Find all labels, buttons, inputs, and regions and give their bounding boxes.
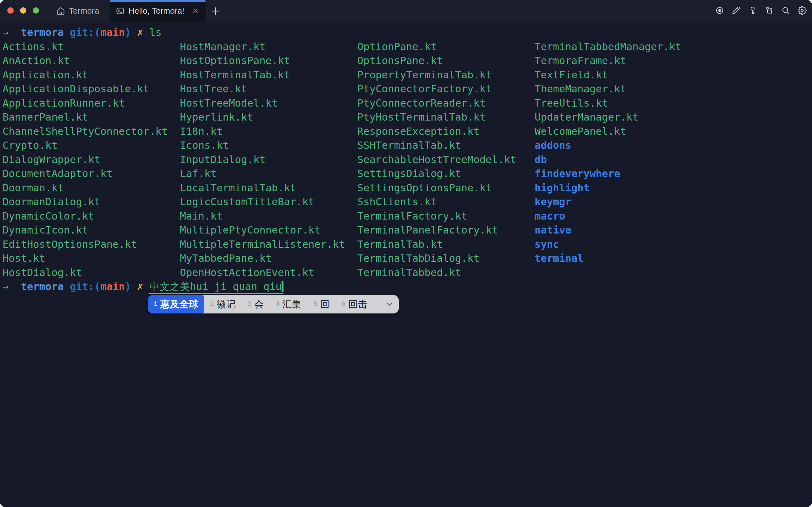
ime-candidate-number: 3	[248, 300, 252, 307]
ls-output-row: AnAction.ktHostOptionsPane.ktOptionsPane…	[3, 54, 812, 68]
ls-file-entry: HostTerminalTab.kt	[180, 68, 358, 82]
ls-file-entry: BannerPanel.kt	[3, 110, 180, 124]
ls-output-row: Doorman.ktLocalTerminalTab.ktSettingsOpt…	[3, 181, 812, 195]
ime-candidate[interactable]: 5回	[308, 295, 336, 314]
ime-candidate-text: 回击	[348, 298, 367, 311]
ls-output-row: ApplicationDisposable.ktHostTree.ktPtyCo…	[3, 82, 812, 96]
prompt-segment: ls	[149, 26, 162, 38]
prompt-segment: )	[125, 26, 137, 38]
home-icon	[56, 7, 65, 15]
ls-file-entry: Icons.kt	[180, 138, 358, 153]
ls-file-entry: ChannelShellPtyConnector.kt	[3, 124, 180, 138]
ls-file-entry: TextField.kt	[535, 68, 712, 82]
ime-candidate-number: 5	[314, 300, 317, 307]
close-tab-icon[interactable]	[192, 7, 199, 15]
ls-output-row: HostDialog.ktOpenHostActionEvent.ktTermi…	[3, 266, 812, 280]
key-icon[interactable]	[748, 6, 757, 15]
ls-file-entry: HostDialog.kt	[3, 266, 180, 280]
home-tab[interactable]: Termora	[56, 0, 99, 21]
settings-icon[interactable]	[798, 6, 807, 15]
ls-file-entry: Laf.kt	[180, 167, 358, 181]
ime-candidate[interactable]: 4汇集	[270, 295, 308, 314]
ls-directory-entry: db	[535, 153, 712, 167]
ls-output-row: DialogWrapper.ktInputDialog.ktSearchable…	[3, 153, 812, 167]
ls-directory-entry: findeverywhere	[535, 167, 712, 181]
ls-file-entry: ResponseException.kt	[357, 124, 535, 138]
ls-file-entry: TerminalPanelFactory.kt	[357, 223, 535, 237]
prompt-segment: termora	[21, 280, 70, 292]
ls-file-entry: TerminalTabbed.kt	[357, 266, 535, 280]
traffic-lights	[7, 7, 39, 14]
ls-file-entry: OptionPane.kt	[357, 40, 535, 54]
ls-file-entry: TerminalTabDialog.kt	[357, 251, 535, 266]
ls-directory-entry: terminal	[535, 251, 712, 266]
ime-candidate-text: 回	[320, 298, 329, 311]
ls-output-row: Application.ktHostTerminalTab.ktProperty…	[3, 68, 812, 82]
titlebar-actions	[715, 6, 807, 15]
prompt-segment: →	[3, 280, 21, 292]
ime-candidate-selected[interactable]: 1惠及全球	[148, 295, 204, 314]
ls-directory-entry: highlight	[535, 181, 712, 195]
tab-hello-termora[interactable]: Hello, Termora!	[110, 0, 206, 21]
ime-candidate[interactable]: 6回击	[335, 295, 373, 314]
new-tab-button[interactable]	[210, 5, 222, 17]
ls-directory-entry: macro	[535, 209, 712, 223]
prompt-line-ls: → termora git:(main) ✗ ls	[3, 25, 812, 40]
chevron-down-icon	[385, 300, 394, 308]
ls-directory-entry: sync	[535, 237, 712, 251]
search-icon[interactable]	[781, 6, 790, 15]
ls-directory-entry: native	[535, 223, 712, 237]
close-window-button[interactable]	[7, 7, 14, 14]
zoom-window-button[interactable]	[33, 7, 39, 14]
ls-file-entry: TerminalTabbedManager.kt	[535, 40, 712, 54]
ls-file-entry: SettingsOptionsPane.kt	[357, 181, 535, 195]
ls-file-entry: DoormanDialog.kt	[3, 195, 180, 209]
ime-candidate-number: 2	[210, 300, 214, 307]
termora-window: Termora Hello, Termora!	[0, 0, 812, 507]
ime-candidate-number: 6	[341, 300, 345, 307]
ls-file-entry: TermoraFrame.kt	[535, 54, 712, 68]
ime-candidate-text: 汇集	[282, 298, 302, 311]
ime-candidate-text: 徽记	[216, 298, 235, 311]
ime-candidate[interactable]: 2徽记	[204, 295, 242, 314]
ls-output-row: EditHostOptionsPane.ktMultipleTerminalLi…	[3, 237, 812, 251]
ls-file-entry: DocumentAdaptor.kt	[3, 167, 180, 181]
titlebar[interactable]: Termora Hello, Termora!	[0, 0, 812, 21]
ls-file-entry: UpdaterManager.kt	[535, 110, 712, 124]
ls-file-entry: MyTabbedPane.kt	[180, 251, 358, 266]
ls-file-entry: Main.kt	[180, 209, 358, 223]
ls-file-entry: I18n.kt	[180, 124, 358, 138]
prompt-segment: git:(	[70, 26, 100, 38]
ls-file-entry: Hyperlink.kt	[180, 110, 358, 124]
ime-candidate-text: 会	[254, 298, 264, 311]
ime-expand-button[interactable]	[380, 295, 399, 314]
edit-icon[interactable]	[732, 6, 741, 15]
ls-file-entry: AnAction.kt	[3, 54, 180, 68]
ls-file-entry: Actions.kt	[3, 40, 180, 54]
ls-file-entry: SearchableHostTreeModel.kt	[357, 153, 535, 167]
home-tab-label: Termora	[69, 6, 99, 16]
ime-composing-text: 中文之美hui ji quan qiu	[149, 280, 283, 294]
ls-file-entry: TerminalFactory.kt	[357, 209, 535, 223]
ime-candidate-window: 1惠及全球2徽记3会4汇集5回6回击	[148, 295, 399, 314]
ls-file-entry: ApplicationRunner.kt	[3, 96, 180, 110]
active-tab-accent	[110, 0, 206, 2]
ls-file-entry: HostOptionsPane.kt	[180, 54, 358, 68]
keychain-icon[interactable]	[765, 6, 773, 15]
ls-file-entry: SettingsDialog.kt	[357, 167, 535, 181]
minimize-window-button[interactable]	[20, 7, 26, 14]
ime-candidate-text: 惠及全球	[160, 298, 199, 311]
ime-candidate[interactable]: 3会	[241, 295, 270, 314]
record-icon[interactable]	[715, 6, 724, 15]
ls-file-entry: Application.kt	[3, 68, 180, 82]
prompt-segment: ✗	[137, 26, 150, 38]
prompt-segment: →	[3, 26, 21, 38]
ls-output-row: BannerPanel.ktHyperlink.ktPtyHostTermina…	[3, 110, 812, 124]
terminal-screen[interactable]: → termora git:(main) ✗ lsActions.ktHostM…	[0, 21, 812, 507]
ls-file-entry: Doorman.kt	[3, 181, 180, 195]
ls-file-entry: HostTreeModel.kt	[180, 96, 358, 110]
ls-output-row: ChannelShellPtyConnector.ktI18n.ktRespon…	[3, 124, 812, 138]
ls-file-entry: PtyConnectorFactory.kt	[357, 82, 535, 96]
ls-file-entry: DialogWrapper.kt	[3, 153, 180, 167]
prompt-segment: main	[100, 26, 125, 38]
